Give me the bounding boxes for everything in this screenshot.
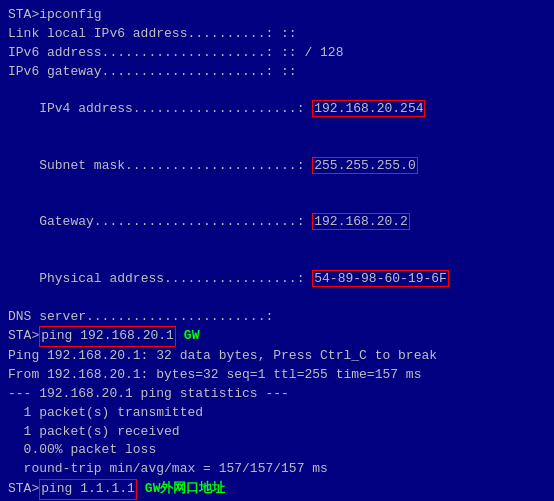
ping1-info: Ping 192.168.20.1: 32 data bytes, Press …	[8, 347, 546, 366]
ipv4-label-text: IPv4 address.....................:	[39, 101, 312, 116]
ping1-stats-header: --- 192.168.20.1 ping statistics ---	[8, 385, 546, 404]
ping1-prompt: STA>	[8, 327, 39, 346]
ping1-cmd: ping 192.168.20.1	[39, 326, 176, 347]
ping2-cmd: ping 1.1.1.1	[39, 479, 137, 500]
subnet-value: 255.255.255.0	[312, 157, 417, 174]
ping1-cmd-line: STA>ping 192.168.20.1GW	[8, 326, 546, 347]
ping1-rtt: round-trip min/avg/max = 157/157/157 ms	[8, 460, 546, 479]
ipv6-addr-line: IPv6 address.....................: :: / …	[8, 44, 546, 63]
ipv4-addr-line: IPv4 address.....................: 192.1…	[8, 81, 546, 138]
gateway-value: 192.168.20.2	[312, 213, 410, 230]
physical-line: Physical address.................: 54-89…	[8, 251, 546, 308]
gw-label: GW	[184, 327, 200, 346]
gw-cn-label: GW外网口地址	[145, 480, 226, 499]
physical-value: 54-89-98-60-19-6F	[312, 270, 449, 287]
ipv4-value: 192.168.20.254	[312, 100, 425, 117]
ping2-prompt: STA>	[8, 480, 39, 499]
ping1-tx: 1 packet(s) transmitted	[8, 404, 546, 423]
subnet-line: Subnet mask......................: 255.2…	[8, 138, 546, 195]
terminal: STA>ipconfig Link local IPv6 address....…	[8, 6, 546, 495]
ipv6-gw-line: IPv6 gateway.....................: ::	[8, 63, 546, 82]
gateway-line: Gateway..........................: 192.1…	[8, 194, 546, 251]
ping2-cmd-line: STA>ping 1.1.1.1GW外网口地址	[8, 479, 546, 500]
ping1-from1: From 192.168.20.1: bytes=32 seq=1 ttl=25…	[8, 366, 546, 385]
cmd-ipconfig-line: STA>ipconfig	[8, 6, 546, 25]
subnet-label-text: Subnet mask......................:	[39, 158, 312, 173]
dns-line: DNS server.......................:	[8, 308, 546, 327]
ping1-loss: 0.00% packet loss	[8, 441, 546, 460]
ipv6-local-line: Link local IPv6 address..........: ::	[8, 25, 546, 44]
gateway-label-text: Gateway..........................:	[39, 214, 312, 229]
physical-label-text: Physical address.................:	[39, 271, 312, 286]
ping1-rx: 1 packet(s) received	[8, 423, 546, 442]
